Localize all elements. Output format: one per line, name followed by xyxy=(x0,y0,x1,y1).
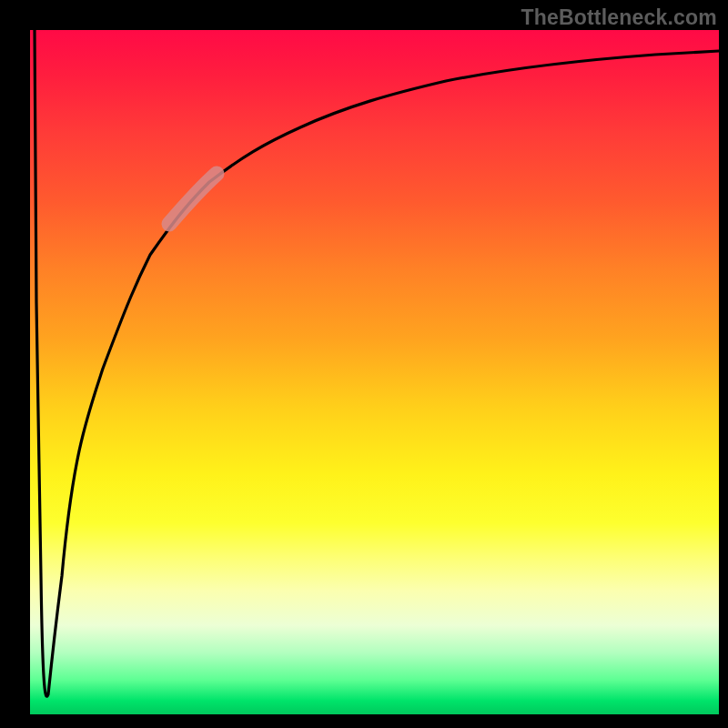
watermark-text: TheBottleneck.com xyxy=(521,5,717,30)
chart-frame: TheBottleneck.com xyxy=(0,0,728,728)
plot-area xyxy=(30,30,719,714)
